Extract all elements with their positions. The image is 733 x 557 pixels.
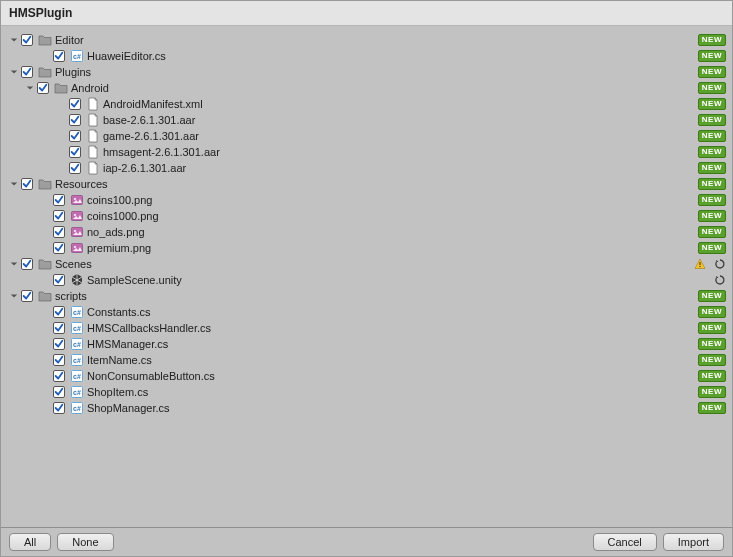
tree-row[interactable]: c#Constants.csNEW	[1, 304, 732, 320]
svg-text:c#: c#	[73, 357, 81, 364]
new-badge: NEW	[698, 98, 726, 110]
expand-arrow-icon[interactable]	[25, 83, 35, 93]
tree-row[interactable]: coins1000.pngNEW	[1, 208, 732, 224]
svg-text:c#: c#	[73, 405, 81, 412]
tree-row[interactable]: ResourcesNEW	[1, 176, 732, 192]
tree-row[interactable]: AndroidManifest.xmlNEW	[1, 96, 732, 112]
expand-arrow-icon[interactable]	[9, 35, 19, 45]
new-badge: NEW	[698, 354, 726, 366]
include-checkbox[interactable]	[69, 146, 81, 158]
tree-row[interactable]: c#ItemName.csNEW	[1, 352, 732, 368]
warning-icon	[694, 258, 706, 270]
include-checkbox[interactable]	[69, 162, 81, 174]
image-icon	[70, 225, 84, 239]
csharp-icon: c#	[70, 305, 84, 319]
refresh-icon[interactable]	[714, 258, 726, 270]
new-badge: NEW	[698, 50, 726, 62]
tree-row[interactable]: Scenes	[1, 256, 732, 272]
include-checkbox[interactable]	[37, 82, 49, 94]
expand-arrow-icon[interactable]	[9, 291, 19, 301]
include-checkbox[interactable]	[69, 98, 81, 110]
svg-text:c#: c#	[73, 325, 81, 332]
csharp-icon: c#	[70, 353, 84, 367]
expand-arrow-icon[interactable]	[9, 259, 19, 269]
tree-row[interactable]: premium.pngNEW	[1, 240, 732, 256]
include-checkbox[interactable]	[53, 370, 65, 382]
tree-row[interactable]: scriptsNEW	[1, 288, 732, 304]
tree-row[interactable]: PluginsNEW	[1, 64, 732, 80]
svg-point-7	[74, 230, 76, 232]
include-checkbox[interactable]	[21, 66, 33, 78]
svg-rect-4	[72, 212, 83, 221]
include-checkbox[interactable]	[53, 338, 65, 350]
tree-item-label: Editor	[55, 34, 84, 46]
expand-arrow-icon[interactable]	[9, 179, 19, 189]
tree-row[interactable]: c#ShopManager.csNEW	[1, 400, 732, 416]
include-checkbox[interactable]	[53, 386, 65, 398]
svg-point-3	[74, 198, 76, 200]
tree-row[interactable]: c#HMSCallbacksHandler.csNEW	[1, 320, 732, 336]
include-checkbox[interactable]	[21, 290, 33, 302]
tree-row[interactable]: hmsagent-2.6.1.301.aarNEW	[1, 144, 732, 160]
import-button[interactable]: Import	[663, 533, 724, 551]
csharp-icon: c#	[70, 321, 84, 335]
include-checkbox[interactable]	[69, 114, 81, 126]
svg-text:c#: c#	[73, 309, 81, 316]
tree-row[interactable]: coins100.pngNEW	[1, 192, 732, 208]
svg-rect-8	[72, 244, 83, 253]
tree-item-label: coins100.png	[87, 194, 152, 206]
include-checkbox[interactable]	[69, 130, 81, 142]
new-badge: NEW	[698, 338, 726, 350]
tree-item-label: scripts	[55, 290, 87, 302]
tree-row[interactable]: EditorNEW	[1, 32, 732, 48]
tree-item-label: base-2.6.1.301.aar	[103, 114, 195, 126]
tree-row[interactable]: SampleScene.unity	[1, 272, 732, 288]
include-checkbox[interactable]	[21, 178, 33, 190]
expand-arrow-icon[interactable]	[9, 67, 19, 77]
include-checkbox[interactable]	[53, 226, 65, 238]
tree-row[interactable]: iap-2.6.1.301.aarNEW	[1, 160, 732, 176]
new-badge: NEW	[698, 114, 726, 126]
include-checkbox[interactable]	[53, 194, 65, 206]
tree-item-label: SampleScene.unity	[87, 274, 182, 286]
new-badge: NEW	[698, 82, 726, 94]
none-button[interactable]: None	[57, 533, 113, 551]
tree-row[interactable]: c#ShopItem.csNEW	[1, 384, 732, 400]
csharp-icon: c#	[70, 385, 84, 399]
svg-rect-6	[72, 228, 83, 237]
new-badge: NEW	[698, 386, 726, 398]
svg-rect-2	[72, 196, 83, 205]
include-checkbox[interactable]	[21, 34, 33, 46]
include-checkbox[interactable]	[53, 322, 65, 334]
tree-row[interactable]: base-2.6.1.301.aarNEW	[1, 112, 732, 128]
image-icon	[70, 241, 84, 255]
all-button[interactable]: All	[9, 533, 51, 551]
tree-row[interactable]: AndroidNEW	[1, 80, 732, 96]
include-checkbox[interactable]	[53, 354, 65, 366]
tree-row[interactable]: c#NonConsumableButton.csNEW	[1, 368, 732, 384]
include-checkbox[interactable]	[53, 210, 65, 222]
include-checkbox[interactable]	[21, 258, 33, 270]
asset-tree: EditorNEWc#HuaweiEditor.csNEWPluginsNEWA…	[1, 26, 732, 527]
tree-row[interactable]: c#HuaweiEditor.csNEW	[1, 48, 732, 64]
cancel-button[interactable]: Cancel	[593, 533, 657, 551]
csharp-icon: c#	[70, 369, 84, 383]
include-checkbox[interactable]	[53, 274, 65, 286]
folder-icon	[38, 177, 52, 191]
tree-item-label: game-2.6.1.301.aar	[103, 130, 199, 142]
tree-item-label: Resources	[55, 178, 108, 190]
new-badge: NEW	[698, 322, 726, 334]
tree-row[interactable]: game-2.6.1.301.aarNEW	[1, 128, 732, 144]
tree-row[interactable]: c#HMSManager.csNEW	[1, 336, 732, 352]
include-checkbox[interactable]	[53, 242, 65, 254]
tree-row[interactable]: no_ads.pngNEW	[1, 224, 732, 240]
include-checkbox[interactable]	[53, 50, 65, 62]
svg-text:c#: c#	[73, 373, 81, 380]
include-checkbox[interactable]	[53, 306, 65, 318]
footer-bar: All None Cancel Import	[1, 527, 732, 556]
include-checkbox[interactable]	[53, 402, 65, 414]
unity-scene-icon	[70, 273, 84, 287]
new-badge: NEW	[698, 226, 726, 238]
refresh-icon[interactable]	[714, 274, 726, 286]
svg-text:c#: c#	[73, 53, 81, 60]
